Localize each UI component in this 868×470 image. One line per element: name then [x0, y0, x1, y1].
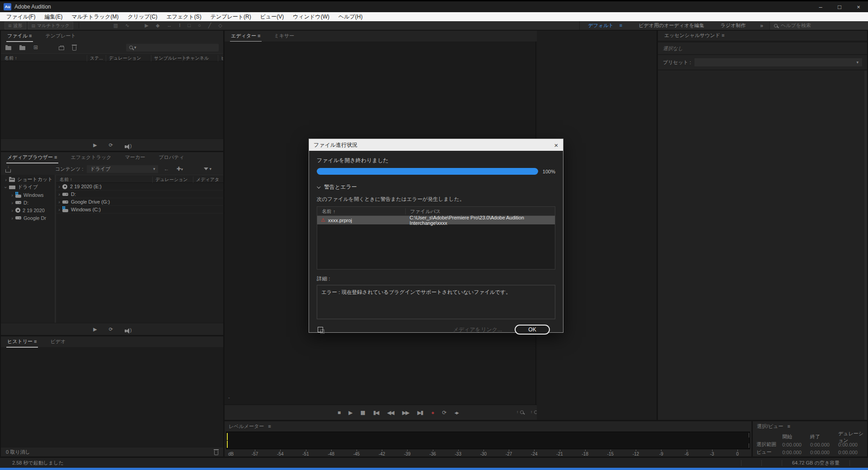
clear-history-trash-icon[interactable]	[214, 451, 218, 455]
workspace-overflow-button[interactable]: »	[760, 23, 763, 29]
level-meter-display[interactable]	[226, 432, 750, 449]
panel-menu-icon[interactable]: ≡	[33, 339, 37, 344]
drive-list-item[interactable]: ›2 19 2020 (E:)	[56, 183, 223, 191]
close-button[interactable]: ×	[849, 1, 868, 12]
skip-to-start-button[interactable]: ▮◀	[373, 410, 379, 416]
tab-files[interactable]: ファイル ≡	[6, 31, 33, 42]
delete-icon[interactable]	[72, 46, 76, 51]
menu-item-5[interactable]: テンプレート(R)	[206, 13, 256, 21]
back-arrow-button[interactable]: ←	[164, 166, 169, 172]
menu-item-1[interactable]: 編集(E)	[40, 13, 67, 21]
preview-play-button[interactable]: ▶	[93, 326, 97, 332]
chevron-collapsed-icon[interactable]: ›	[9, 208, 15, 213]
open-file-icon[interactable]	[5, 46, 11, 50]
multitrack-view-button[interactable]: ▤マルチトラック	[28, 22, 73, 29]
chevron-collapsed-icon[interactable]: ›	[9, 200, 15, 205]
zoom-in-vertical-button[interactable]: ↕	[517, 410, 524, 416]
chevron-collapsed-icon[interactable]: ›	[3, 177, 9, 182]
files-list[interactable]	[1, 61, 223, 139]
menu-item-0[interactable]: ファイル(F)	[2, 13, 40, 21]
tab-media-1[interactable]: エフェクトラック	[70, 152, 113, 163]
tab-media-3[interactable]: プロパティ	[158, 152, 185, 163]
files-column-2[interactable]: デュレーション	[106, 55, 141, 61]
marquee-selection-tool-icon[interactable]: □	[188, 21, 191, 30]
tab-media-2[interactable]: マーカー	[124, 152, 146, 163]
copy-to-clipboard-icon[interactable]	[318, 327, 323, 332]
spot-healing-tool-icon[interactable]: ◇	[218, 21, 222, 30]
chevron-collapsed-icon[interactable]: ›	[9, 215, 15, 221]
ok-button[interactable]: OK	[515, 325, 550, 335]
files-column-4[interactable]: チャンネル	[183, 55, 209, 61]
chevron-expanded-icon[interactable]: ›	[3, 184, 9, 191]
tree-item[interactable]: ›Windows	[1, 191, 55, 199]
preset-dropdown[interactable]: ▾	[694, 58, 862, 66]
record-button[interactable]: ●	[431, 410, 433, 416]
menu-item-7[interactable]: ウィンドウ(W)	[288, 13, 334, 21]
panel-menu-icon[interactable]: ≡	[28, 33, 32, 38]
menu-item-4[interactable]: エフェクト(S)	[162, 13, 206, 21]
media-tree[interactable]: ›ショートカット›ドライブ›Windows›D:›2 19 2020›Googl…	[1, 175, 56, 323]
preview-play-button[interactable]: ▶	[93, 142, 97, 148]
panel-menu-icon[interactable]: ≡	[720, 33, 724, 38]
column-filepath[interactable]: ファイルパス	[405, 208, 441, 214]
chevron-collapsed-icon[interactable]: ›	[56, 199, 62, 205]
panel-menu-icon[interactable]: ≡	[788, 423, 790, 429]
drive-list-item[interactable]: ›Google Drive (G:)	[56, 198, 223, 206]
files-column-3[interactable]: サンプルレート	[151, 55, 186, 61]
chevron-collapsed-icon[interactable]: ›	[9, 192, 15, 198]
column-name[interactable]: 名前 ↑	[322, 208, 336, 215]
tree-item[interactable]: ›D:	[1, 199, 55, 206]
workspace-tab[interactable]: デフォルト ≡	[588, 22, 622, 29]
panel-menu-icon[interactable]: ≡	[268, 423, 271, 429]
scrollbar[interactable]	[864, 70, 867, 420]
maximize-button[interactable]: □	[830, 1, 849, 12]
minimize-button[interactable]: –	[811, 1, 830, 12]
workspace-tab[interactable]: ビデオ用のオーディオを編集	[638, 22, 704, 29]
history-list[interactable]	[1, 347, 223, 447]
move-tool-icon[interactable]: ▶	[145, 21, 148, 30]
preview-loop-button[interactable]: ⟳	[109, 142, 113, 148]
dialog-title-bar[interactable]: ファイル進行状況 ×	[309, 139, 563, 151]
media-column-0[interactable]: 名前 ↑	[60, 177, 72, 183]
panel-menu-icon[interactable]: ≡	[256, 33, 260, 38]
link-media-button[interactable]: メディアをリンク...	[453, 326, 502, 334]
fast-forward-button[interactable]: ▶▶	[402, 410, 408, 416]
paintbrush-tool-icon[interactable]: ╱	[208, 21, 211, 30]
error-file-row[interactable]: ⚠xxxx.prprojC:\User_s\Adobe\Premiere Pro…	[317, 216, 555, 224]
workspace-tab[interactable]: ラジオ制作	[721, 22, 746, 29]
menu-item-8[interactable]: ヘルプ(H)	[334, 13, 367, 21]
tree-item[interactable]: ›ショートカット	[1, 176, 55, 183]
import-media-icon[interactable]	[5, 169, 11, 172]
tab-media-0[interactable]: メディアブラウザー ≡	[6, 152, 58, 163]
import-file-icon[interactable]	[19, 46, 25, 50]
menu-item-2[interactable]: マルチトラック(M)	[67, 13, 123, 21]
collapse-chevron-icon[interactable]	[317, 185, 320, 188]
tab-video[interactable]: ビデオ	[50, 336, 67, 348]
lasso-selection-tool-icon[interactable]: ○	[198, 21, 201, 30]
filter-button[interactable]: ▾	[204, 167, 211, 171]
spectral-display-icon[interactable]: ▥	[113, 21, 118, 30]
chevron-collapsed-icon[interactable]: ›	[56, 184, 62, 189]
menu-item-6[interactable]: ビュー(V)	[256, 13, 289, 21]
loop-playback-button[interactable]: ⟳	[442, 410, 446, 416]
razor-tool-icon[interactable]: ◆	[156, 21, 160, 30]
menu-item-3[interactable]: クリップ(C)	[123, 13, 162, 21]
tab-essential-sound[interactable]: エッセンシャルサウンド ≡	[663, 31, 725, 42]
content-dropdown[interactable]: ドライブ▾	[87, 165, 158, 173]
export-icon[interactable]	[59, 47, 64, 50]
tab-mixer[interactable]: ミキサー	[273, 31, 296, 42]
files-column-0[interactable]: 名前 ↑	[5, 55, 17, 61]
help-search-box[interactable]: ヘルプを検索	[769, 21, 868, 30]
tree-item[interactable]: ›ドライブ	[1, 183, 55, 191]
pause-button[interactable]: ▮▮	[360, 410, 364, 416]
slip-tool-icon[interactable]: ↔	[167, 21, 172, 30]
waveform-view-button[interactable]: ⊞波形	[5, 22, 26, 29]
chevron-collapsed-icon[interactable]: ›	[56, 207, 62, 212]
preview-speaker-icon[interactable]	[125, 330, 127, 332]
files-search-box[interactable]: ▾	[126, 44, 219, 51]
chevron-collapsed-icon[interactable]: ›	[56, 191, 62, 197]
preview-loop-button[interactable]: ⟳	[109, 326, 113, 332]
add-shortcut-button[interactable]: ✚▾	[176, 166, 183, 172]
media-column-2[interactable]: メディアタ	[193, 177, 219, 183]
rewind-button[interactable]: ◀◀	[387, 410, 394, 416]
